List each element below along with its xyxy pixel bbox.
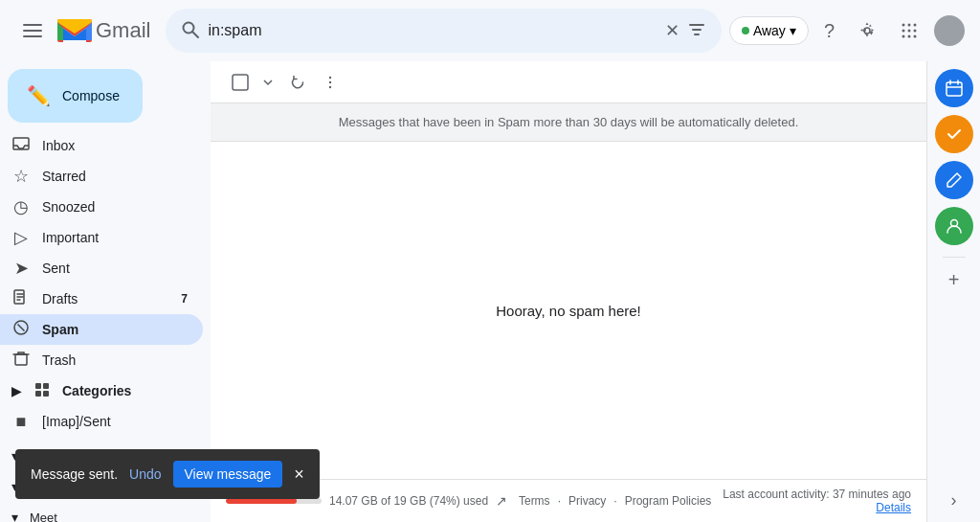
snoozed-label: Snoozed: [42, 199, 188, 215]
categories-label: Categories: [62, 383, 131, 398]
sidebar-item-snoozed[interactable]: ◷ Snoozed: [0, 192, 203, 222]
svg-point-16: [914, 35, 917, 38]
svg-rect-7: [694, 34, 700, 35]
inbox-icon: [11, 135, 31, 157]
search-input[interactable]: [208, 22, 657, 39]
sent-label: Sent: [42, 261, 188, 276]
sidebar-item-trash[interactable]: Trash: [0, 345, 203, 375]
starred-label: Starred: [42, 169, 188, 184]
apps-button[interactable]: [892, 13, 926, 48]
right-panel-divider: [943, 257, 966, 258]
svg-rect-6: [692, 29, 702, 31]
select-all-button[interactable]: [226, 68, 255, 97]
important-icon: ▷: [11, 227, 31, 248]
search-clear-button[interactable]: ✕: [665, 20, 679, 41]
important-label: Important: [42, 230, 188, 245]
svg-point-28: [329, 80, 331, 82]
status-dot: [742, 27, 749, 34]
svg-rect-30: [947, 82, 962, 96]
toolbar: [211, 61, 926, 103]
categories-section[interactable]: ▶ Categories: [0, 375, 203, 406]
toast-undo-button[interactable]: Undo: [129, 466, 161, 482]
spam-notice: Messages that have been in Spam more tha…: [211, 103, 926, 142]
drafts-icon: [11, 288, 31, 310]
svg-line-4: [192, 32, 198, 37]
chevron-down-icon: ▾: [790, 23, 796, 38]
privacy-link[interactable]: Privacy: [568, 494, 606, 508]
avatar[interactable]: [934, 15, 965, 46]
separator-2: ·: [613, 494, 616, 508]
snoozed-icon: ◷: [11, 196, 31, 217]
svg-rect-25: [43, 391, 49, 397]
activity-text: Last account activity: 37 minutes ago: [723, 488, 911, 501]
calendar-panel-icon[interactable]: [935, 69, 973, 107]
svg-rect-2: [23, 35, 42, 37]
svg-point-10: [914, 24, 917, 27]
imap-label: [Imap]/Sent: [42, 414, 188, 429]
status-label: Away: [753, 23, 786, 38]
spam-icon: [11, 319, 31, 341]
manage-storage-link[interactable]: ↗: [496, 493, 507, 509]
meet-label: Meet: [30, 511, 57, 523]
terms-link[interactable]: Terms: [519, 494, 550, 508]
search-options-button[interactable]: [687, 20, 706, 42]
trash-label: Trash: [42, 352, 188, 368]
meet-section[interactable]: ▾ Meet: [0, 502, 203, 522]
separator-1: ·: [558, 494, 561, 508]
toast-notification: Message sent. Undo View message ×: [15, 449, 320, 499]
sidebar-item-sent[interactable]: ➤ Sent: [0, 253, 203, 284]
right-panel-add-icon[interactable]: +: [948, 269, 960, 291]
meet-collapse-icon: ▾: [11, 510, 18, 522]
footer-links: Terms · Privacy · Program Policies: [519, 494, 711, 508]
settings-button[interactable]: [850, 13, 884, 48]
more-options-button[interactable]: [316, 68, 345, 97]
categories-expand-icon: ▶: [11, 383, 22, 398]
svg-point-8: [902, 24, 905, 27]
sidebar-item-starred[interactable]: ☆ Starred: [0, 161, 203, 192]
right-panel: + ›: [926, 61, 980, 522]
svg-point-9: [908, 24, 911, 27]
svg-rect-24: [35, 391, 41, 397]
svg-rect-5: [689, 24, 704, 26]
svg-rect-23: [43, 383, 49, 389]
toast-view-button[interactable]: View message: [173, 461, 283, 488]
toast-close-button[interactable]: ×: [294, 465, 304, 485]
select-dropdown-button[interactable]: [256, 71, 279, 94]
tasks-panel-icon[interactable]: [935, 115, 973, 153]
compose-button[interactable]: ✏️ Compose: [8, 69, 143, 123]
details-link[interactable]: Details: [876, 501, 911, 514]
drafts-badge: 7: [181, 292, 188, 306]
program-policies-link[interactable]: Program Policies: [625, 494, 712, 508]
sidebar-item-spam[interactable]: Spam: [0, 314, 203, 345]
trash-icon: [11, 350, 31, 372]
help-button[interactable]: ?: [816, 12, 842, 50]
refresh-button[interactable]: [283, 68, 312, 97]
contacts-panel-icon[interactable]: [935, 207, 973, 245]
svg-point-12: [908, 30, 911, 33]
svg-point-15: [908, 35, 911, 38]
svg-rect-26: [233, 75, 248, 90]
svg-rect-17: [13, 138, 29, 149]
sidebar-item-inbox[interactable]: Inbox: [0, 130, 203, 161]
status-button[interactable]: Away ▾: [729, 16, 809, 45]
right-panel-expand-icon[interactable]: ›: [951, 490, 957, 522]
spam-notice-text: Messages that have been in Spam more tha…: [339, 115, 799, 129]
svg-rect-1: [23, 30, 42, 32]
sidebar-item-imap-sent[interactable]: ■ [Imap]/Sent: [0, 406, 203, 437]
hamburger-button[interactable]: [15, 13, 50, 48]
storage-text: 14.07 GB of 19 GB (74%) used: [329, 494, 488, 508]
imap-icon: ■: [11, 412, 31, 432]
starred-icon: ☆: [11, 166, 31, 187]
activity-section: Last account activity: 37 minutes ago De…: [723, 488, 911, 514]
sidebar-item-important[interactable]: ▷ Important: [0, 222, 203, 253]
empty-state: Hooray, no spam here!: [211, 142, 926, 479]
svg-rect-0: [23, 24, 42, 26]
svg-point-29: [329, 85, 331, 87]
compose-label: Compose: [62, 88, 120, 103]
sidebar-item-drafts[interactable]: Drafts 7: [0, 284, 203, 314]
search-bar: ✕: [166, 9, 721, 53]
toast-message: Message sent.: [31, 466, 118, 482]
edit-panel-icon[interactable]: [935, 161, 973, 199]
search-icon: [181, 20, 200, 42]
top-right-controls: Away ▾ ?: [729, 12, 965, 50]
